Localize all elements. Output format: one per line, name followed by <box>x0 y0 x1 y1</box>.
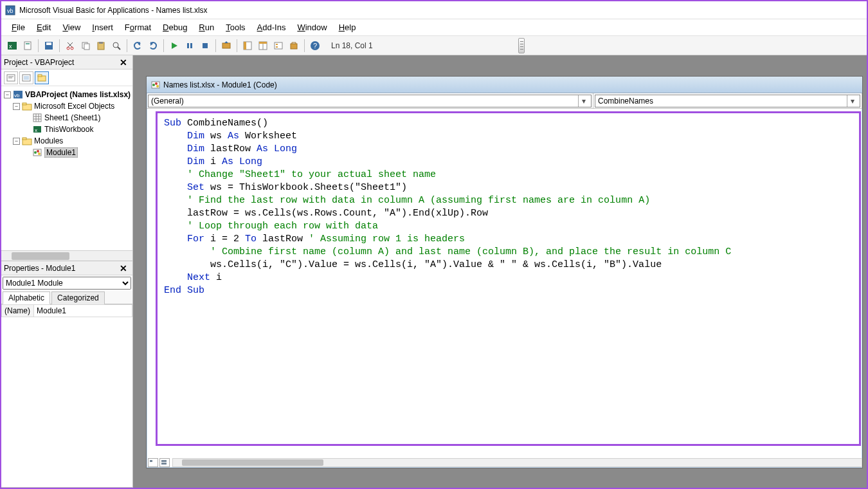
menu-view[interactable]: View <box>57 21 86 34</box>
code-hscroll[interactable] <box>172 458 862 467</box>
undo-icon[interactable] <box>131 39 145 53</box>
object-dropdown-value: (General) <box>151 97 184 106</box>
folder-icon <box>22 102 32 111</box>
find-icon[interactable] <box>109 39 123 53</box>
tab-alphabetic[interactable]: Alphabetic <box>3 291 50 304</box>
properties-object-select[interactable]: Module1 Module <box>3 277 131 290</box>
svg-text:vb: vb <box>7 8 14 14</box>
window-title: Microsoft Visual Basic for Applications … <box>19 6 208 15</box>
toolbox-icon[interactable] <box>287 39 301 53</box>
property-row[interactable]: (Name) Module1 <box>2 305 132 317</box>
expand-icon[interactable]: − <box>13 138 20 145</box>
menu-insert[interactable]: Insert <box>87 21 118 34</box>
expand-icon[interactable]: − <box>4 91 11 98</box>
toolbar-sep <box>59 39 60 52</box>
svg-rect-22 <box>190 43 192 48</box>
view-excel-icon[interactable]: x <box>5 39 19 53</box>
svg-rect-13 <box>84 44 89 50</box>
help-icon[interactable]: ? <box>308 39 322 53</box>
svg-rect-32 <box>276 44 278 45</box>
properties-object-selector[interactable]: Module1 Module <box>3 277 131 290</box>
toolbar-sep <box>237 39 237 52</box>
properties-panel-close-icon[interactable]: ✕ <box>117 263 130 273</box>
toolbar-overflow-handle[interactable] <box>518 38 525 53</box>
toggle-folders-icon[interactable] <box>35 71 49 84</box>
paste-icon[interactable] <box>94 39 108 53</box>
tree-excel-objects[interactable]: − Microsoft Excel Objects <box>12 100 131 112</box>
svg-point-62 <box>152 84 155 86</box>
project-tree[interactable]: − vb VBAProject (Names list.xlsx) − Micr… <box>1 86 132 250</box>
menu-edit[interactable]: Edit <box>32 21 56 34</box>
svg-marker-25 <box>224 41 228 43</box>
svg-text:?: ? <box>313 42 317 50</box>
menu-format[interactable]: Format <box>120 21 156 34</box>
cursor-position: Ln 18, Col 1 <box>329 40 375 51</box>
svg-rect-4 <box>24 42 31 50</box>
tree-modules[interactable]: − Modules <box>12 135 131 147</box>
svg-rect-33 <box>276 46 278 48</box>
tree-module1[interactable]: Module1 <box>22 147 131 158</box>
properties-tabs: Alphabetic Categorized <box>1 291 132 304</box>
properties-panel: Properties - Module1 ✕ Module1 Module Al… <box>1 261 132 488</box>
menu-file[interactable]: File <box>6 21 30 34</box>
svg-point-16 <box>113 42 118 48</box>
view-object-icon[interactable] <box>19 71 33 84</box>
code-editor[interactable]: Sub CombineNames() Dim ws As Worksheet D… <box>156 111 861 446</box>
procedure-dropdown[interactable]: CombineNames ▾ <box>593 93 862 108</box>
expand-icon[interactable]: − <box>13 103 20 110</box>
svg-rect-47 <box>23 103 26 105</box>
full-module-view-icon[interactable] <box>159 458 170 467</box>
menu-tools[interactable]: Tools <box>221 21 250 34</box>
toolbar-sep <box>163 39 164 52</box>
menubar: File Edit View Insert Format Debug Run T… <box>1 19 867 36</box>
module-icon <box>150 80 161 89</box>
chevron-down-icon[interactable]: ▾ <box>578 95 588 107</box>
svg-rect-27 <box>244 42 246 50</box>
cut-icon[interactable] <box>63 39 77 53</box>
svg-line-17 <box>118 47 120 50</box>
redo-icon[interactable] <box>146 39 160 53</box>
project-panel-close-icon[interactable]: ✕ <box>117 57 130 68</box>
tab-categorized[interactable]: Categorized <box>51 291 105 304</box>
tree-thisworkbook[interactable]: x ThisWorkbook <box>22 124 131 135</box>
module1-label: Module1 <box>44 147 78 158</box>
properties-panel-header: Properties - Module1 ✕ <box>1 261 132 275</box>
svg-point-58 <box>34 151 37 154</box>
chevron-down-icon[interactable]: ▾ <box>847 95 857 107</box>
code-footer <box>147 457 862 468</box>
insert-icon[interactable] <box>21 39 35 53</box>
properties-grid[interactable]: (Name) Module1 <box>1 304 132 487</box>
procedure-view-icon[interactable] <box>148 458 158 467</box>
mdi-area: Names list.xlsx - Module1 (Code) (Genera… <box>133 55 867 488</box>
module-icon <box>32 148 42 157</box>
design-mode-icon[interactable] <box>219 39 233 53</box>
menu-debug[interactable]: Debug <box>158 21 192 34</box>
svg-text:x: x <box>9 43 12 50</box>
project-explorer-icon[interactable] <box>240 39 255 53</box>
run-icon[interactable] <box>167 39 181 53</box>
toolbar-sep <box>38 39 39 52</box>
object-dropdown[interactable]: (General) ▾ <box>147 93 593 108</box>
toolbar-sep <box>304 39 305 52</box>
property-value[interactable]: Module1 <box>34 305 132 317</box>
procedure-dropdown-value: CombineNames <box>598 97 653 106</box>
object-browser-icon[interactable] <box>271 39 285 53</box>
tree-root[interactable]: − vb VBAProject (Names list.xlsx) <box>3 89 131 100</box>
reset-icon[interactable] <box>198 39 212 53</box>
menu-help[interactable]: Help <box>334 21 361 34</box>
properties-panel-title: Properties - Module1 <box>4 264 75 273</box>
property-name: (Name) <box>2 305 34 317</box>
break-icon[interactable] <box>183 39 197 53</box>
copy-icon[interactable] <box>78 39 93 53</box>
view-code-icon[interactable] <box>4 71 18 84</box>
menu-window[interactable]: Window <box>292 21 332 34</box>
menu-run[interactable]: Run <box>194 21 219 34</box>
project-hscroll[interactable] <box>1 250 132 261</box>
body: Project - VBAProject ✕ − vb VBAProject (… <box>1 55 867 488</box>
menu-addins[interactable]: Add-Ins <box>252 21 291 34</box>
properties-window-icon[interactable] <box>256 39 270 53</box>
svg-rect-41 <box>24 76 29 80</box>
save-icon[interactable] <box>42 39 56 53</box>
tree-sheet1[interactable]: Sheet1 (Sheet1) <box>22 112 131 124</box>
code-window-titlebar[interactable]: Names list.xlsx - Module1 (Code) <box>147 77 862 93</box>
